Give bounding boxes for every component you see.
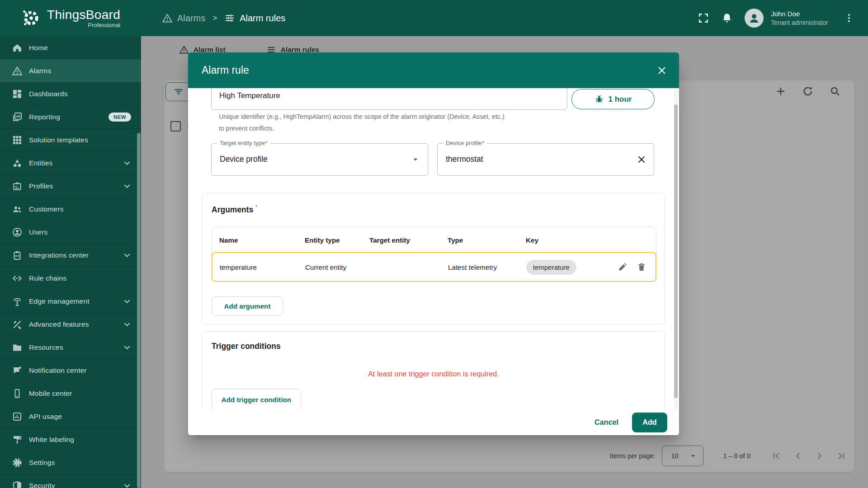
sidebar-item-home[interactable]: Home xyxy=(0,36,141,59)
argument-key-chip: temperature xyxy=(526,260,576,275)
fullscreen-icon xyxy=(698,12,709,24)
breadcrumb-separator: > xyxy=(212,14,217,23)
new-badge: NEW xyxy=(108,113,131,122)
close-icon xyxy=(656,65,667,76)
bug-icon xyxy=(594,94,604,104)
user-role: Tenant administrator xyxy=(771,19,828,26)
name-helper-text: Unique identifier (e.g., HighTempAlarm) … xyxy=(219,111,505,134)
delete-argument-button[interactable] xyxy=(637,262,646,272)
chevron-down-icon xyxy=(122,250,132,260)
sidebar-item-customers[interactable]: Customers xyxy=(0,197,141,221)
device-profile-label: Device profile* xyxy=(443,140,487,146)
paint-icon xyxy=(12,434,23,445)
sidebar-item-label: White labeling xyxy=(29,436,74,444)
dashboards-icon xyxy=(12,89,23,99)
add-button[interactable]: Add xyxy=(632,413,667,432)
sidebar-item-users[interactable]: Users xyxy=(0,221,141,244)
edit-argument-button[interactable] xyxy=(618,262,627,272)
sidebar-item-label: Entities xyxy=(29,159,52,167)
alarm-rule-name-input[interactable]: High Temperature xyxy=(211,88,567,110)
breadcrumb-alarms[interactable]: Alarms xyxy=(162,13,205,23)
target-entity-type-select[interactable]: Target entity type* Device profile xyxy=(211,143,428,176)
shield-icon xyxy=(12,480,23,488)
dialog-body: High Temperature 1 hour Unique identifie… xyxy=(188,88,679,409)
sidebar-item-api-usage[interactable]: API usage xyxy=(0,405,141,428)
sidebar-item-entities[interactable]: Entities xyxy=(0,151,141,174)
sidebar-item-edge-management[interactable]: Edge management xyxy=(0,290,141,313)
trigger-conditions-heading: Trigger conditions xyxy=(212,342,281,351)
fullscreen-button[interactable] xyxy=(698,12,709,24)
sidebar-item-label: Reporting xyxy=(29,113,60,121)
chevron-down-icon xyxy=(122,481,132,488)
top-bar: ThingsBoard Professional Alarms > Alarm … xyxy=(0,0,868,36)
close-dialog-button[interactable] xyxy=(656,65,667,76)
chevron-down-icon xyxy=(122,296,132,306)
add-argument-button[interactable]: Add argument xyxy=(212,296,283,316)
chevron-down-icon xyxy=(122,319,132,329)
add-trigger-condition-button[interactable]: Add trigger condition xyxy=(212,389,301,409)
device-profile-field[interactable]: Device profile* thermostat xyxy=(437,143,654,176)
sidebar-item-security[interactable]: Security xyxy=(0,474,141,488)
trigger-error-message: At least one trigger condition is requir… xyxy=(203,370,665,378)
sidebar-item-rule-chains[interactable]: Rule chains xyxy=(0,267,141,290)
breadcrumb-current-label: Alarm rules xyxy=(240,13,285,23)
logo-subtitle: Professional xyxy=(88,22,121,28)
sidebar-item-label: Notification center xyxy=(29,366,87,375)
user-menu-button[interactable] xyxy=(844,13,854,23)
avatar[interactable] xyxy=(745,9,764,28)
sidebar-item-label: Mobile center xyxy=(29,389,72,398)
sidebar-item-solution-templates[interactable]: Solution templates xyxy=(0,128,141,151)
arguments-heading: Arguments* xyxy=(212,203,258,215)
sidebar-item-label: Customers xyxy=(29,205,64,213)
dialog-scrollbar-thumb[interactable] xyxy=(674,104,678,398)
argument-entity-type: Current entity xyxy=(305,263,370,271)
argument-name: temperature xyxy=(220,263,305,271)
arguments-table: Name Entity type Target entity Type Key … xyxy=(212,227,656,282)
sidebar-item-profiles[interactable]: Profiles xyxy=(0,174,141,197)
clear-icon xyxy=(637,155,646,164)
dropdown-arrow-icon[interactable] xyxy=(410,155,420,164)
notification-icon xyxy=(12,365,23,376)
chevron-down-icon xyxy=(122,343,132,352)
thingsboard-logo[interactable]: ThingsBoard Professional xyxy=(0,8,141,28)
api-icon xyxy=(12,411,23,422)
dialog-title: Alarm rule xyxy=(202,64,249,76)
sidebar-item-dashboards[interactable]: Dashboards xyxy=(0,82,141,105)
clear-device-profile-button[interactable] xyxy=(637,155,646,164)
user-name: John Doe xyxy=(771,10,828,18)
reporting-icon xyxy=(12,112,23,122)
sidebar-item-advanced-features[interactable]: Advanced features xyxy=(0,313,141,336)
sidebar-item-label: Dashboards xyxy=(29,90,68,98)
sidebar-item-white-labeling[interactable]: White labeling xyxy=(0,428,141,451)
breadcrumb: Alarms > Alarm rules xyxy=(162,13,285,23)
argument-row[interactable]: temperature Current entity Latest teleme… xyxy=(212,252,656,282)
sidebar-scrollbar[interactable] xyxy=(137,133,141,488)
debug-duration-button[interactable]: 1 hour xyxy=(571,89,655,109)
cancel-button[interactable]: Cancel xyxy=(594,418,618,427)
notifications-button[interactable] xyxy=(721,12,733,24)
sidebar-item-label: API usage xyxy=(29,413,62,421)
sidebar-item-notification-center[interactable]: Notification center xyxy=(0,359,141,382)
breadcrumb-alarm-rules[interactable]: Alarm rules xyxy=(224,13,285,23)
user-icon xyxy=(12,227,23,238)
sidebar-item-resources[interactable]: Resources xyxy=(0,336,141,359)
argument-type: Latest telemetry xyxy=(448,263,526,271)
sidebar-item-label: Advanced features xyxy=(29,320,89,328)
sidebar-item-label: Integrations center xyxy=(29,251,89,259)
device-profile-value: thermostat xyxy=(446,155,483,164)
sidebar-item-alarms[interactable]: Alarms xyxy=(0,59,141,82)
profiles-icon xyxy=(12,181,23,192)
apps-icon xyxy=(12,135,23,145)
sidebar-item-settings[interactable]: Settings xyxy=(0,451,141,474)
mobile-icon xyxy=(12,388,23,399)
arguments-section: Arguments* Name Entity type Target entit… xyxy=(202,193,665,325)
sidebar-item-label: Home xyxy=(29,44,48,52)
logo-title: ThingsBoard xyxy=(47,8,120,22)
dialog-header: Alarm rule xyxy=(188,52,679,88)
edge-icon xyxy=(12,296,23,307)
sidebar-item-reporting[interactable]: Reporting NEW xyxy=(0,105,141,128)
folder-icon xyxy=(12,342,23,353)
sidebar-item-label: Users xyxy=(29,228,47,236)
sidebar-item-mobile-center[interactable]: Mobile center xyxy=(0,382,141,405)
sidebar-item-integrations-center[interactable]: Integrations center xyxy=(0,244,141,267)
